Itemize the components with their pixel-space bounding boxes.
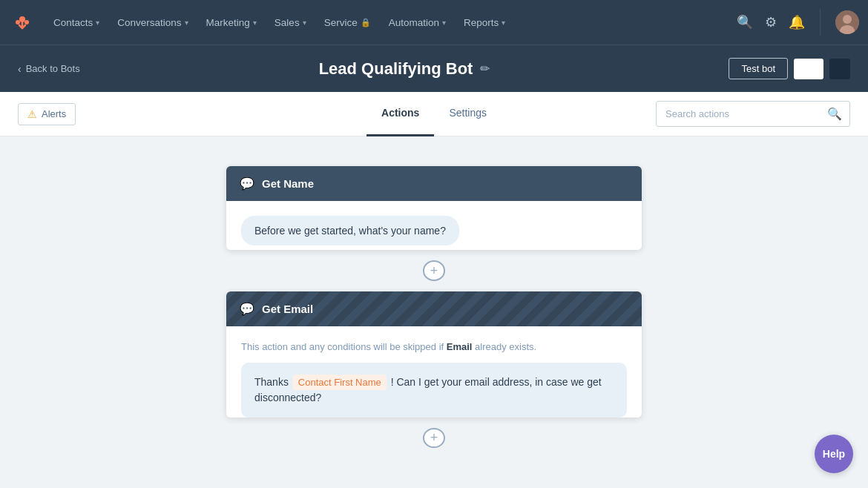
add-step-connector-2[interactable]: +: [423, 428, 445, 448]
hubspot-logo[interactable]: [9, 9, 36, 36]
nav-reports[interactable]: Reports ▾: [455, 0, 514, 44]
get-email-card: 💬 Get Email This action and any conditio…: [226, 291, 642, 418]
get-name-card: 💬 Get Name Before we get started, what's…: [226, 166, 642, 250]
message-text-thanks: Thanks: [254, 376, 292, 388]
skip-note: This action and any conditions will be s…: [241, 341, 627, 352]
chevron-down-icon: ▾: [96, 19, 99, 27]
get-email-title: Get Email: [262, 303, 313, 315]
search-actions-box: 🔍: [656, 101, 850, 127]
get-name-card-body: Before we get started, what's your name?: [226, 201, 642, 250]
get-name-card-header: 💬 Get Name: [226, 166, 642, 201]
search-icon: 🔍: [827, 107, 842, 121]
lock-icon: 🔒: [361, 18, 371, 27]
chat-icon: 💬: [240, 302, 254, 316]
toggle-white-button[interactable]: [794, 59, 823, 79]
top-navigation: Contacts ▾ Conversations ▾ Marketing ▾ S…: [0, 0, 868, 44]
back-arrow-icon: ‹: [18, 63, 22, 75]
settings-icon[interactable]: ⚙: [765, 14, 777, 30]
nav-right: 🔍 ⚙ 🔔: [737, 9, 859, 36]
contact-first-name-token: Contact First Name: [293, 375, 387, 391]
nav-items: Contacts ▾ Conversations ▾ Marketing ▾ S…: [45, 0, 737, 44]
edit-icon[interactable]: ✏: [480, 62, 490, 76]
get-email-message: Thanks Contact First Name ! Can I get yo…: [241, 363, 627, 418]
search-icon[interactable]: 🔍: [737, 14, 753, 30]
svg-point-3: [16, 20, 20, 24]
svg-point-2: [24, 20, 29, 24]
back-to-bots-link[interactable]: ‹ Back to Bots: [18, 63, 80, 75]
notifications-icon[interactable]: 🔔: [789, 14, 805, 30]
add-step-connector-1[interactable]: +: [423, 260, 445, 280]
alerts-button[interactable]: ⚠ Alerts: [18, 103, 76, 125]
avatar[interactable]: [835, 10, 859, 34]
help-button[interactable]: Help: [815, 435, 853, 473]
test-bot-button[interactable]: Test bot: [729, 58, 788, 79]
svg-point-5: [843, 15, 852, 24]
sub-nav-center: Lead Qualifying Bot ✏: [80, 59, 729, 79]
tab-settings[interactable]: Settings: [434, 92, 502, 136]
sub-navigation: ‹ Back to Bots Lead Qualifying Bot ✏ Tes…: [0, 44, 868, 92]
nav-sales[interactable]: Sales ▾: [266, 0, 315, 44]
search-actions-input[interactable]: [657, 103, 820, 125]
search-button[interactable]: 🔍: [820, 102, 849, 126]
chevron-down-icon: ▾: [253, 19, 257, 27]
get-name-title: Get Name: [262, 177, 314, 190]
nav-contacts[interactable]: Contacts ▾: [45, 0, 108, 44]
chevron-down-icon: ▾: [442, 19, 446, 27]
svg-point-1: [21, 18, 24, 21]
chevron-down-icon: ▾: [303, 19, 306, 27]
bot-canvas: 💬 Get Name Before we get started, what's…: [0, 136, 868, 488]
nav-marketing[interactable]: Marketing ▾: [197, 0, 266, 44]
tab-actions[interactable]: Actions: [366, 92, 434, 136]
sub-nav-right: Test bot: [729, 58, 850, 79]
nav-automation[interactable]: Automation ▾: [380, 0, 455, 44]
toggle-dark-button[interactable]: [829, 59, 850, 79]
nav-divider: [820, 9, 821, 36]
get-name-message: Before we get started, what's your name?: [241, 216, 459, 245]
get-email-card-header: 💬 Get Email: [226, 291, 642, 326]
chevron-down-icon: ▾: [185, 19, 188, 27]
alert-icon: ⚠: [27, 108, 37, 120]
tabs-container: Actions Settings: [366, 92, 502, 136]
bot-title: Lead Qualifying Bot: [319, 59, 473, 79]
nav-conversations[interactable]: Conversations ▾: [108, 0, 197, 44]
chevron-down-icon: ▾: [502, 19, 505, 27]
toolbar: ⚠ Alerts Actions Settings 🔍: [0, 92, 868, 136]
nav-service[interactable]: Service 🔒: [315, 0, 380, 44]
get-email-card-body: This action and any conditions will be s…: [226, 326, 642, 418]
chat-icon: 💬: [240, 177, 254, 191]
